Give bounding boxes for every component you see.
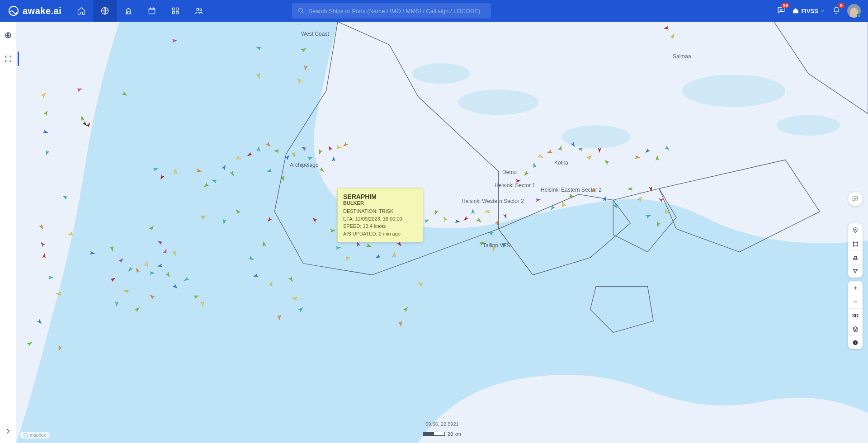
ship-marker[interactable] [288, 276, 294, 283]
ship-marker[interactable] [491, 245, 497, 252]
ship-marker[interactable] [255, 45, 262, 51]
messages-button[interactable]: 59 [777, 5, 786, 16]
user-menu[interactable] [847, 4, 861, 18]
ship-marker[interactable] [42, 129, 49, 135]
ship-marker[interactable] [37, 319, 43, 325]
ship-marker[interactable] [484, 208, 491, 215]
ship-marker[interactable] [319, 167, 325, 173]
ship-marker[interactable] [143, 261, 150, 267]
ship-marker[interactable] [342, 141, 349, 148]
ship-marker[interactable] [44, 150, 50, 156]
nav-people[interactable] [187, 0, 211, 22]
global-search[interactable] [292, 3, 491, 19]
bounds-button[interactable] [848, 237, 863, 250]
ship-marker[interactable] [157, 263, 163, 269]
ship-marker[interactable] [149, 293, 155, 300]
ship-marker[interactable] [366, 243, 372, 249]
ship-marker[interactable] [110, 276, 116, 283]
ship-marker[interactable] [302, 65, 309, 71]
rail-globe[interactable] [3, 30, 14, 41]
ship-marker[interactable] [317, 149, 323, 155]
ship-marker[interactable] [57, 345, 63, 351]
ship-marker[interactable] [165, 272, 171, 278]
ship-marker[interactable] [162, 248, 169, 254]
ship-marker[interactable] [375, 254, 381, 260]
ship-marker[interactable] [292, 295, 298, 302]
ship-marker[interactable] [113, 301, 120, 307]
ship-marker[interactable] [590, 188, 596, 194]
ship-marker[interactable] [613, 203, 619, 209]
ship-marker[interactable] [41, 253, 47, 259]
ship-marker[interactable] [596, 147, 603, 153]
ship-marker[interactable] [268, 281, 274, 287]
ship-marker[interactable] [454, 218, 461, 225]
ship-marker[interactable] [500, 242, 507, 248]
ship-marker[interactable] [391, 252, 397, 258]
ship-marker[interactable] [41, 92, 47, 98]
ship-marker[interactable] [152, 166, 159, 172]
ship-marker[interactable] [123, 288, 130, 294]
ship-marker[interactable] [523, 170, 529, 177]
ship-marker[interactable] [85, 122, 92, 128]
map-canvas[interactable]: West CoastArchipelagoDemoHelsinki Sector… [16, 22, 868, 443]
ship-marker[interactable] [276, 314, 283, 320]
ship-marker[interactable] [199, 301, 206, 307]
ship-marker[interactable] [670, 33, 676, 39]
chat-button[interactable] [848, 192, 863, 206]
ship-marker[interactable] [253, 273, 259, 279]
ship-marker[interactable] [560, 201, 566, 207]
ship-marker[interactable] [397, 320, 404, 327]
ship-marker[interactable] [535, 197, 541, 203]
nav-calendar[interactable] [140, 0, 164, 22]
zoom-in-button[interactable] [848, 281, 863, 295]
fleet-button[interactable] [848, 250, 863, 264]
ship-marker[interactable] [255, 146, 262, 152]
ship-marker[interactable] [236, 155, 242, 161]
ship-marker[interactable] [229, 170, 236, 177]
ship-marker[interactable] [417, 281, 424, 287]
ship-marker[interactable] [159, 174, 165, 180]
filter-button[interactable] [848, 264, 863, 278]
ship-marker[interactable] [43, 110, 49, 116]
nav-map[interactable] [93, 0, 117, 22]
ship-marker[interactable] [462, 216, 469, 222]
ship-marker[interactable] [266, 168, 273, 174]
ship-marker[interactable] [62, 194, 68, 200]
alerts-button[interactable]: 5 [832, 5, 841, 16]
ship-marker[interactable] [221, 164, 227, 170]
ship-marker[interactable] [658, 197, 664, 203]
ship-marker[interactable] [266, 217, 273, 223]
ship-marker[interactable] [663, 25, 670, 31]
locate-button[interactable] [848, 223, 863, 237]
ship-marker[interactable] [27, 340, 33, 347]
ship-marker[interactable] [604, 159, 610, 165]
search-input[interactable] [308, 8, 486, 14]
ship-marker[interactable] [476, 217, 482, 224]
brand-logo[interactable]: awake.ai [0, 5, 70, 16]
ship-marker[interactable] [122, 91, 128, 97]
ship-marker[interactable] [470, 208, 476, 215]
ship-marker[interactable] [330, 156, 337, 162]
ship-marker[interactable] [157, 239, 163, 245]
ship-marker[interactable] [134, 306, 141, 312]
ship-marker[interactable] [442, 216, 448, 222]
ship-marker[interactable] [655, 221, 661, 227]
ship-marker[interactable] [637, 196, 643, 202]
ship-marker[interactable] [515, 178, 521, 184]
ship-marker[interactable] [203, 182, 209, 189]
ship-marker[interactable] [149, 225, 155, 231]
ship-marker[interactable] [76, 86, 83, 93]
ship-marker[interactable] [327, 145, 333, 151]
ship-marker[interactable] [211, 178, 217, 184]
ship-marker[interactable] [284, 154, 291, 160]
ship-marker[interactable] [663, 208, 670, 215]
nav-cargo[interactable] [117, 0, 140, 22]
ship-marker[interactable] [502, 213, 509, 219]
ship-marker[interactable] [235, 208, 241, 215]
ship-marker[interactable] [183, 276, 189, 283]
ship-marker[interactable] [307, 155, 313, 161]
ship-marker[interactable] [344, 255, 350, 262]
ship-marker[interactable] [531, 162, 538, 169]
ship-marker[interactable] [645, 213, 651, 219]
ship-marker[interactable] [627, 186, 633, 192]
